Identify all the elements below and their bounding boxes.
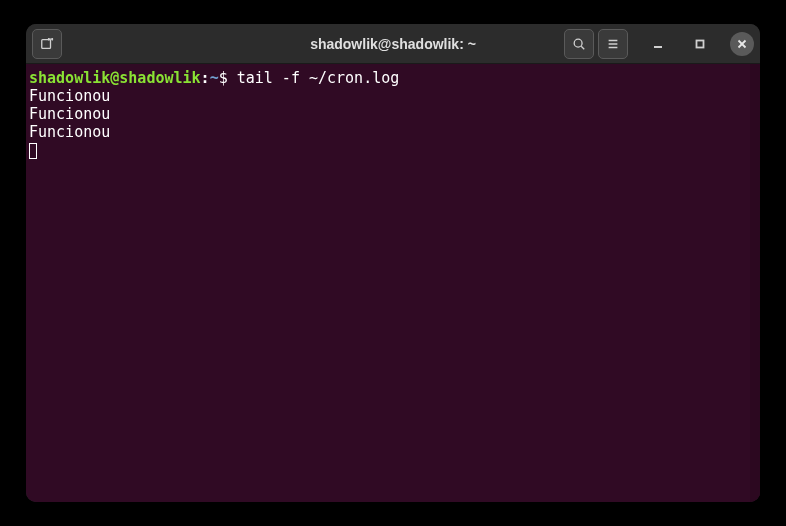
prompt-dollar: $ [219,69,228,87]
output-line: Funcionou [29,87,757,105]
maximize-button[interactable] [688,32,712,56]
prompt-line: shadowlik@shadowlik:~$ tail -f ~/cron.lo… [29,69,757,87]
minimize-icon [653,39,663,49]
terminal-cursor [29,143,37,159]
titlebar: shadowlik@shadowlik: ~ [26,24,760,64]
cursor-line [29,141,757,159]
svg-rect-10 [697,40,704,47]
hamburger-icon [606,37,620,51]
new-tab-icon [40,37,54,51]
output-line: Funcionou [29,105,757,123]
menu-button[interactable] [598,29,628,59]
terminal-body[interactable]: shadowlik@shadowlik:~$ tail -f ~/cron.lo… [26,64,760,502]
close-button[interactable] [730,32,754,56]
scrollbar[interactable] [750,64,760,502]
search-icon [572,37,586,51]
minimize-button[interactable] [646,32,670,56]
prompt-user-host: shadowlik@shadowlik [29,69,201,87]
maximize-icon [695,39,705,49]
titlebar-right [564,29,754,59]
svg-line-5 [581,46,584,49]
prompt-colon: : [201,69,210,87]
window-title: shadowlik@shadowlik: ~ [310,36,476,52]
prompt-path: ~ [210,69,219,87]
prompt-command: tail -f ~/cron.log [228,69,400,87]
output-line: Funcionou [29,123,757,141]
svg-point-4 [574,39,582,47]
search-button[interactable] [564,29,594,59]
svg-rect-0 [42,39,51,48]
new-tab-button[interactable] [32,29,62,59]
close-icon [737,39,747,49]
titlebar-left [32,29,62,59]
terminal-window: shadowlik@shadowlik: ~ [26,24,760,502]
